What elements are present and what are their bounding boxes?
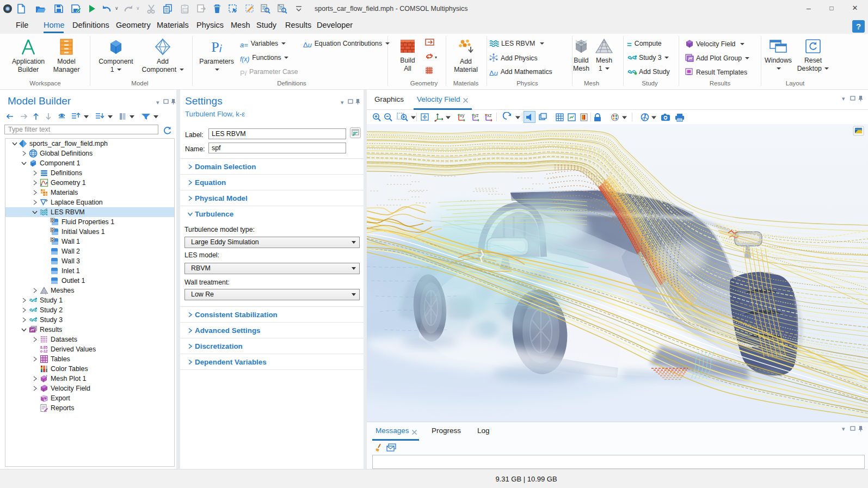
svg-text:yz: yz: [474, 113, 479, 118]
svg-text:D: D: [51, 238, 54, 242]
svg-text:xy: xy: [460, 113, 465, 118]
svg-text:e-12: e-12: [40, 349, 48, 353]
svg-text:xz: xz: [487, 113, 492, 118]
svg-text:D: D: [51, 228, 54, 232]
svg-text:D: D: [51, 218, 54, 222]
svg-text:8.85: 8.85: [40, 345, 47, 349]
svg-text:P𝑖: P𝑖: [211, 39, 222, 55]
